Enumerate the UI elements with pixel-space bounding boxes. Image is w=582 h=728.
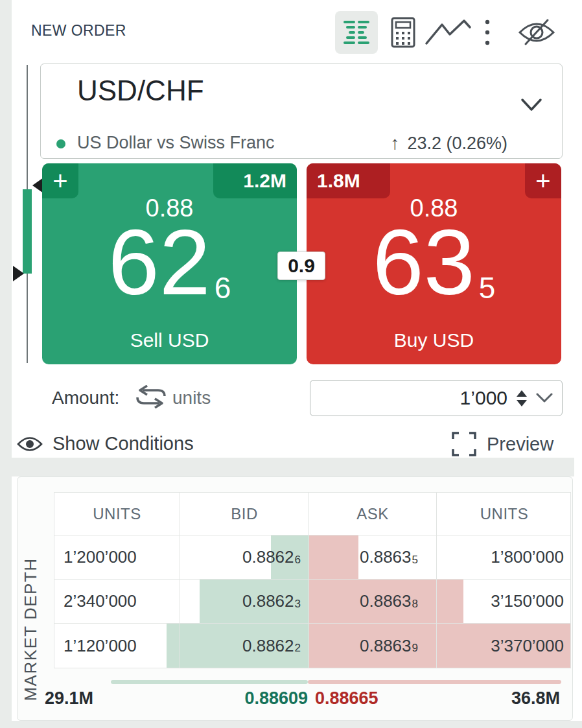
slider-marker-right-icon[interactable] xyxy=(13,266,24,281)
change-value: 23.2 (0.26%) xyxy=(407,134,507,154)
buy-price-big: 63 xyxy=(373,214,475,311)
ask-vwap: 0.88665 xyxy=(315,688,378,709)
buy-tile[interactable]: 1.8M + 0.88 63 5 Buy USD xyxy=(307,163,561,364)
col-header-bid-units: UNITS xyxy=(54,493,180,535)
ask-total-bar xyxy=(308,680,561,684)
swap-units-icon[interactable] xyxy=(135,385,167,408)
calculator-icon[interactable] xyxy=(382,11,425,54)
bid-total: 29.1M xyxy=(45,688,93,709)
amount-input[interactable]: 1’000 xyxy=(310,380,563,416)
amount-unit-label: units xyxy=(172,388,211,408)
bottom-gutter xyxy=(0,721,582,728)
show-conditions-toggle[interactable]: Show Conditions xyxy=(16,433,194,454)
depth-ladder-icon[interactable] xyxy=(335,11,378,54)
buy-plus-button[interactable]: + xyxy=(525,163,561,198)
new-order-panel: NEW ORDER xyxy=(12,0,574,458)
ask-total: 36.8M xyxy=(511,688,560,709)
instrument-change: ↑ 23.2 (0.26%) xyxy=(390,133,507,154)
show-conditions-label: Show Conditions xyxy=(52,433,194,454)
sell-price: 62 6 xyxy=(42,214,297,311)
price-slider-range[interactable] xyxy=(23,189,32,274)
bid-vwap: 0.88609 xyxy=(244,688,308,709)
market-depth-table: UNITS BID ASK UNITS 1’200’000 0.88626 0.… xyxy=(54,492,571,668)
sell-plus-button[interactable]: + xyxy=(42,163,78,198)
ask-price-cell[interactable]: 0.88639 xyxy=(309,624,437,668)
instrument-status-dot xyxy=(56,139,65,148)
depth-row-3[interactable]: 1’120’000 0.88622 0.88639 3’370’000 xyxy=(54,624,570,668)
stepper-down-icon[interactable] xyxy=(517,400,527,406)
card-gap xyxy=(12,458,574,476)
ask-units-cell: 3’370’000 xyxy=(437,624,572,668)
preview-label: Preview xyxy=(487,434,553,455)
market-depth-panel: MARKET DEPTH UNITS BID ASK UNITS 1’200’0… xyxy=(17,476,573,721)
col-header-ask: ASK xyxy=(309,493,437,535)
ask-units-cell: 3’150’000 xyxy=(437,580,572,623)
buy-volume-badge[interactable]: 1.8M xyxy=(307,163,390,198)
col-header-bid: BID xyxy=(180,493,309,535)
col-header-ask-units: UNITS xyxy=(437,493,572,535)
left-gutter xyxy=(0,0,12,728)
preview-button[interactable]: Preview xyxy=(452,432,553,456)
hide-eye-glyph xyxy=(517,17,557,48)
preview-corners-icon xyxy=(452,432,476,456)
bid-price-cell[interactable]: 0.88622 xyxy=(180,624,309,668)
trend-line-icon[interactable] xyxy=(423,11,474,54)
ask-price-cell[interactable]: 0.88635 xyxy=(309,535,437,579)
chevron-down-icon[interactable] xyxy=(520,98,542,112)
depth-row-2[interactable]: 2’340’000 0.88623 0.88638 3’150’000 xyxy=(54,580,570,624)
hide-eye-icon[interactable] xyxy=(512,11,561,54)
up-arrow-icon: ↑ xyxy=(390,133,399,154)
ask-price-cell[interactable]: 0.88638 xyxy=(309,580,437,623)
kebab-glyph xyxy=(483,18,491,47)
buy-price: 63 5 xyxy=(307,214,561,311)
ask-units-cell: 1’800’000 xyxy=(437,535,572,579)
calculator-glyph xyxy=(390,17,416,48)
depth-summary-bar xyxy=(45,680,561,684)
depth-ladder-glyph xyxy=(342,18,371,47)
amount-label: Amount: xyxy=(52,388,119,408)
sell-price-pip: 6 xyxy=(215,270,231,305)
sell-volume-badge[interactable]: 1.2M xyxy=(213,163,297,198)
amount-stepper[interactable] xyxy=(517,390,527,406)
table-header-row: UNITS BID ASK UNITS xyxy=(54,493,570,535)
amount-value[interactable]: 1’000 xyxy=(460,387,507,409)
instrument-symbol: USD/CHF xyxy=(77,75,204,107)
amount-dropdown-chevron-icon[interactable] xyxy=(536,393,553,403)
sell-price-big: 62 xyxy=(108,214,211,311)
eye-icon xyxy=(16,435,43,453)
bid-price-cell[interactable]: 0.88623 xyxy=(180,580,309,623)
bid-units-cell: 1’120’000 xyxy=(54,624,180,668)
panel-title: NEW ORDER xyxy=(31,22,126,40)
market-depth-label: MARKET DEPTH xyxy=(21,548,40,710)
bid-units-cell: 1’200’000 xyxy=(54,535,180,579)
instrument-selector[interactable]: USD/CHF US Dollar vs Swiss Franc ↑ 23.2 … xyxy=(40,64,563,159)
bid-units-cell: 2’340’000 xyxy=(54,580,180,623)
trend-line-glyph xyxy=(425,19,472,46)
buy-action-label: Buy USD xyxy=(307,329,561,351)
spread-badge: 0.9 xyxy=(277,252,325,280)
sell-action-label: Sell USD xyxy=(42,329,297,351)
kebab-menu-icon[interactable] xyxy=(474,11,500,54)
instrument-name: US Dollar vs Swiss Franc xyxy=(77,133,275,153)
buy-price-pip: 5 xyxy=(479,270,496,305)
bid-price-cell[interactable]: 0.88626 xyxy=(180,535,309,579)
stepper-up-icon[interactable] xyxy=(517,390,527,397)
sell-tile[interactable]: + 1.2M 0.88 62 6 Sell USD xyxy=(42,163,297,364)
depth-row-1[interactable]: 1’200’000 0.88626 0.88635 1’800’000 xyxy=(54,535,570,580)
bid-total-bar xyxy=(111,680,308,684)
